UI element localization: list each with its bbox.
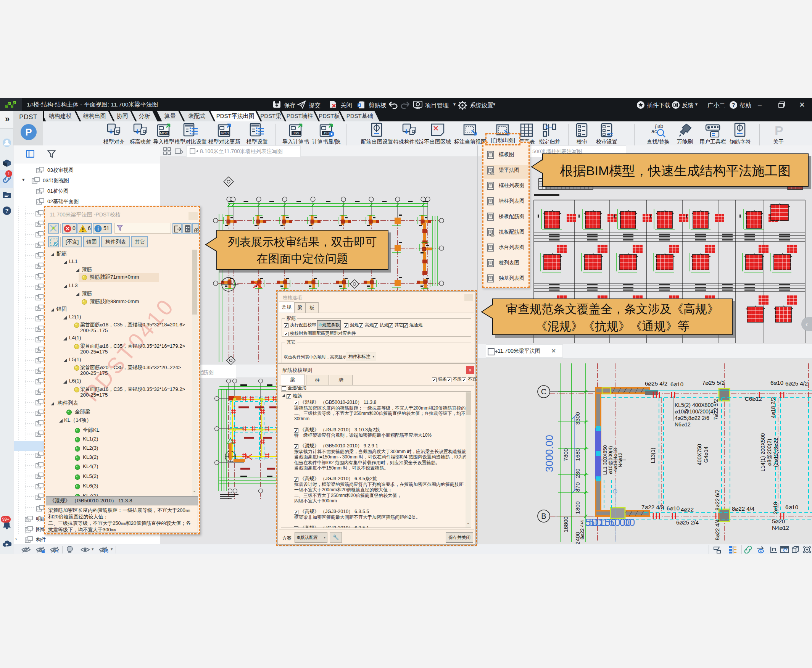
svg-text:7800: 7800: [562, 448, 569, 461]
svg-text:MOD: MOD: [160, 131, 168, 135]
svg-text:⌀8@200(2): ⌀8@200(2): [766, 439, 772, 466]
svg-text:8⌀22 4/4: 8⌀22 4/4: [579, 520, 585, 539]
svg-text:⌀10@100/200(4): ⌀10@100/200(4): [675, 408, 715, 414]
svg-text:1680: 1680: [574, 448, 581, 461]
svg-text:?: ?: [5, 207, 8, 214]
svg-text:4⌀22: 4⌀22: [681, 506, 694, 513]
svg-text:C6⌀12: C6⌀12: [745, 396, 762, 402]
svg-text:ac: ac: [651, 128, 657, 134]
svg-text:5⌀20: 5⌀20: [772, 518, 785, 524]
svg-text:7⌀25 5/2: 7⌀25 5/2: [702, 379, 725, 386]
svg-text:N4⌀12: N4⌀12: [772, 524, 789, 531]
svg-text:L14(1) 200X500: L14(1) 200X500: [760, 433, 766, 472]
svg-text:P: P: [775, 124, 784, 138]
svg-text:B: B: [541, 512, 546, 520]
svg-text:6⌀25 4/2: 6⌀25 4/2: [785, 380, 808, 387]
svg-text:870: 870: [574, 482, 581, 492]
svg-text:L13(1): L13(1): [650, 448, 656, 463]
svg-text:16800: 16800: [562, 516, 569, 533]
svg-text:N6⌀12: N6⌀12: [675, 421, 691, 428]
svg-text:400X750: 400X750: [696, 444, 702, 465]
svg-text:4⌀25;8⌀22 2/6: 4⌀25;8⌀22 2/6: [675, 415, 709, 421]
svg-text:8⌀22 6/2: 8⌀22 6/2: [714, 489, 720, 510]
svg-text:3000.00: 3000.00: [544, 435, 555, 472]
svg-text:?: ?: [732, 102, 735, 108]
svg-text:230: 230: [574, 468, 581, 478]
svg-text:6⌀10: 6⌀10: [670, 381, 684, 387]
svg-text:6⌀25 4/2: 6⌀25 4/2: [645, 380, 667, 387]
svg-text:JSS: JSS: [293, 131, 299, 135]
svg-text:4⌀18 2/2: 4⌀18 2/2: [770, 397, 776, 418]
svg-text:JSS: JSS: [323, 131, 330, 135]
svg-text:KL5(2) 400X800: KL5(2) 400X800: [675, 402, 714, 408]
svg-text:7⌀22 4/3: 7⌀22 4/3: [642, 504, 664, 510]
svg-text:8⌀22 4/4: 8⌀22 4/4: [732, 505, 754, 512]
svg-text:i: i: [97, 225, 99, 232]
svg-text:6⌀25 2/4: 6⌀25 2/4: [676, 519, 699, 526]
svg-text:8⌀22 4/4: 8⌀22 4/4: [714, 519, 720, 540]
svg-text:6⌀10: 6⌀10: [785, 504, 798, 510]
svg-text:6⌀10: 6⌀10: [770, 379, 784, 386]
svg-text:(2⌀12);3⌀22: (2⌀12);3⌀22: [773, 438, 779, 467]
svg-text:P: P: [25, 126, 32, 138]
svg-text:C: C: [541, 387, 547, 396]
svg-text:G4⌀14: G4⌀14: [703, 446, 709, 463]
svg-text:3300: 3300: [574, 412, 581, 424]
svg-text:5D160.00: 5D160.00: [589, 516, 635, 528]
svg-text:2⌀18: 2⌀18: [772, 502, 779, 514]
svg-text:7⌀22 5/2: 7⌀22 5/2: [713, 399, 719, 420]
svg-text:6⌀10: 6⌀10: [667, 505, 680, 511]
svg-text:1800: 1800: [574, 501, 581, 514]
svg-text:MOD: MOD: [220, 131, 229, 135]
